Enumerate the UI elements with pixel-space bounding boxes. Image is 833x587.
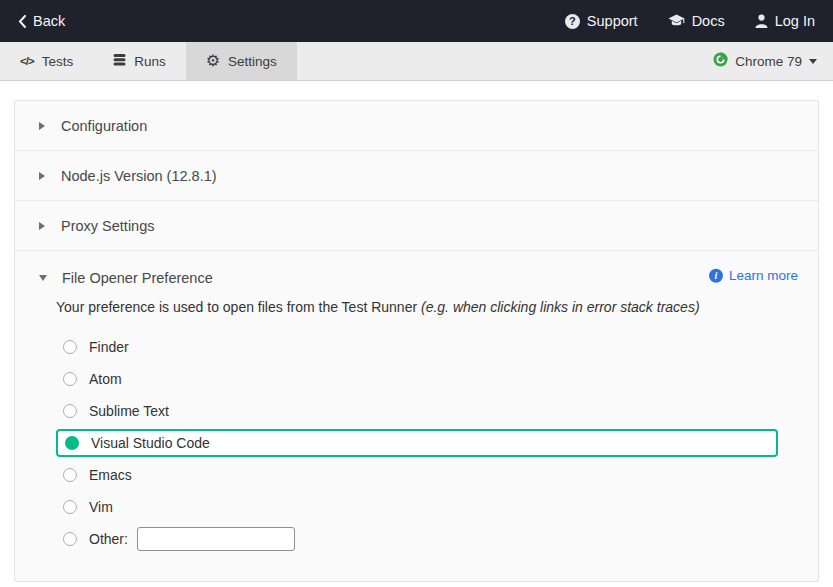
login-button[interactable]: Log In [755, 13, 815, 29]
radio-option-emacs[interactable]: Emacs [56, 459, 778, 491]
tab-tests[interactable]: </> Tests [0, 42, 93, 80]
other-path-input[interactable] [137, 527, 295, 551]
radio-icon[interactable] [63, 500, 77, 514]
expanded-caret-icon [39, 275, 47, 281]
section-title: Configuration [61, 118, 147, 134]
file-opener-options: Finder Atom Sublime Text Visual Studio C… [56, 331, 778, 555]
top-nav-bar: Back ? Support Docs Log In [0, 0, 833, 42]
radio-option-vim[interactable]: Vim [56, 491, 778, 523]
info-circle-icon: i [709, 268, 723, 282]
gear-icon: ⚙ [206, 53, 220, 69]
section-title: Node.js Version (12.8.1) [61, 168, 217, 184]
section-nodejs-version: Node.js Version (12.8.1) [15, 151, 818, 201]
question-circle-icon: ? [565, 14, 580, 29]
tab-runs[interactable]: Runs [93, 42, 186, 80]
learn-more-label: Learn more [729, 268, 798, 283]
collapsed-caret-icon [39, 172, 45, 180]
user-icon [755, 14, 768, 28]
runs-stack-icon [113, 54, 126, 69]
section-proxy-settings: Proxy Settings [15, 201, 818, 251]
radio-icon[interactable] [63, 372, 77, 386]
settings-panel: Configuration Node.js Version (12.8.1) P… [14, 100, 819, 582]
browser-picker[interactable]: Chrome 79 [697, 42, 833, 80]
caret-down-icon [809, 59, 817, 64]
section-header-file-opener-preference[interactable]: File Opener Preference i Learn more [15, 251, 818, 297]
chrome-icon [713, 52, 728, 70]
file-opener-description: Your preference is used to open files fr… [56, 299, 778, 315]
back-button[interactable]: Back [18, 13, 65, 29]
tab-bar: </> Tests Runs ⚙ Settings Chrome 79 [0, 42, 833, 81]
tab-settings[interactable]: ⚙ Settings [186, 42, 297, 80]
section-header-proxy-settings[interactable]: Proxy Settings [15, 201, 818, 251]
radio-icon[interactable] [63, 532, 77, 546]
tab-settings-label: Settings [228, 54, 277, 69]
collapsed-caret-icon [39, 222, 45, 230]
radio-option-other[interactable]: Other: [56, 523, 778, 555]
radio-option-atom[interactable]: Atom [56, 363, 778, 395]
support-link[interactable]: ? Support [565, 13, 638, 29]
collapsed-caret-icon [39, 122, 45, 130]
file-opener-content: Your preference is used to open files fr… [15, 297, 818, 581]
section-header-configuration[interactable]: Configuration [15, 101, 818, 151]
radio-selected-icon[interactable] [65, 436, 79, 450]
radio-icon[interactable] [63, 468, 77, 482]
section-file-opener-preference: File Opener Preference i Learn more Your… [15, 251, 818, 581]
radio-icon[interactable] [63, 340, 77, 354]
chevron-left-icon [18, 15, 26, 28]
code-icon: </> [20, 55, 34, 67]
tab-tests-label: Tests [42, 54, 74, 69]
radio-icon[interactable] [63, 404, 77, 418]
docs-link[interactable]: Docs [668, 13, 725, 29]
section-title: Proxy Settings [61, 218, 155, 234]
browser-label: Chrome 79 [735, 54, 802, 69]
section-title: File Opener Preference [62, 270, 213, 286]
radio-option-visual-studio-code[interactable]: Visual Studio Code [56, 429, 778, 457]
support-label: Support [587, 13, 638, 29]
login-label: Log In [775, 13, 815, 29]
radio-option-finder[interactable]: Finder [56, 331, 778, 363]
section-configuration: Configuration [15, 101, 818, 151]
section-header-nodejs-version[interactable]: Node.js Version (12.8.1) [15, 151, 818, 201]
back-label: Back [33, 13, 65, 29]
tab-runs-label: Runs [134, 54, 166, 69]
graduation-cap-icon [668, 14, 685, 28]
docs-label: Docs [692, 13, 725, 29]
radio-option-sublime-text[interactable]: Sublime Text [56, 395, 778, 427]
learn-more-link[interactable]: i Learn more [709, 268, 798, 283]
